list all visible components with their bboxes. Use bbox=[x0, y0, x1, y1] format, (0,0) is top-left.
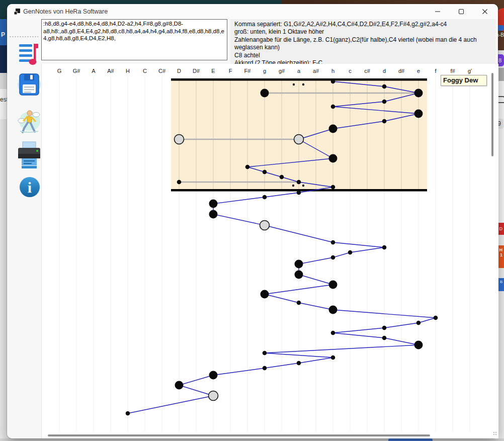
app-icon bbox=[13, 8, 21, 16]
taskbar-item-fragment bbox=[388, 438, 433, 441]
info-icon: i bbox=[19, 175, 41, 201]
resize-grip[interactable] bbox=[493, 431, 497, 436]
help-line: weglassen kann) bbox=[234, 44, 491, 51]
note-input[interactable]: :h8,d8,g4-e4,d8,h8,e4,d8,h4,D2-a2,h4,F#8… bbox=[41, 19, 227, 60]
save-floppy-icon bbox=[17, 69, 41, 101]
desktop-screen: P est ra-B 8 9 D H 1 B GenNotes von HeRa… bbox=[0, 0, 504, 441]
info-button[interactable]: i bbox=[19, 175, 43, 201]
save-button[interactable] bbox=[17, 69, 41, 101]
svg-text:i: i bbox=[28, 179, 32, 196]
close-icon bbox=[482, 9, 488, 15]
vertical-scrollbar-thumb[interactable] bbox=[491, 73, 493, 156]
notes-list-button[interactable] bbox=[19, 43, 43, 66]
help-line: C8 achtel bbox=[234, 52, 491, 59]
help-line: Akkord (2 Töne gleichzeitig): F-C bbox=[234, 59, 491, 64]
help-line: groß: unten, klein 1 Oktave höher bbox=[234, 28, 491, 36]
app-window: GenNotes von HeRa Software bbox=[7, 4, 498, 438]
print-button[interactable] bbox=[18, 141, 42, 170]
walking-person-icon bbox=[16, 107, 41, 135]
help-line: Zahlenangabe für die Länge, z.B. C1(ganz… bbox=[234, 36, 491, 44]
minimize-button[interactable] bbox=[427, 5, 449, 18]
maximize-icon bbox=[458, 9, 464, 15]
generate-walk-button[interactable] bbox=[16, 107, 40, 135]
horizontal-scrollbar-thumb[interactable] bbox=[48, 434, 430, 436]
toolbar-grip[interactable] bbox=[9, 36, 38, 38]
toolbar: i bbox=[7, 19, 41, 438]
note-plot-canvas[interactable] bbox=[41, 64, 498, 438]
window-title: GenNotes von HeRa Software bbox=[23, 4, 108, 19]
song-title-tooltip: Foggy Dew bbox=[441, 75, 487, 86]
printer-icon bbox=[18, 141, 41, 170]
close-button[interactable] bbox=[474, 5, 496, 18]
maximize-button[interactable] bbox=[450, 5, 472, 18]
help-line: Komma separiert: G1,G#2,A2,A#2,H4,C4,C#4… bbox=[234, 21, 491, 28]
titlebar[interactable]: GenNotes von HeRa Software bbox=[7, 4, 498, 19]
notes-list-icon bbox=[19, 43, 39, 66]
minimize-icon bbox=[435, 9, 441, 15]
help-panel: Komma separiert: G1,G#2,A2,A#2,H4,C4,C#4… bbox=[230, 19, 495, 64]
